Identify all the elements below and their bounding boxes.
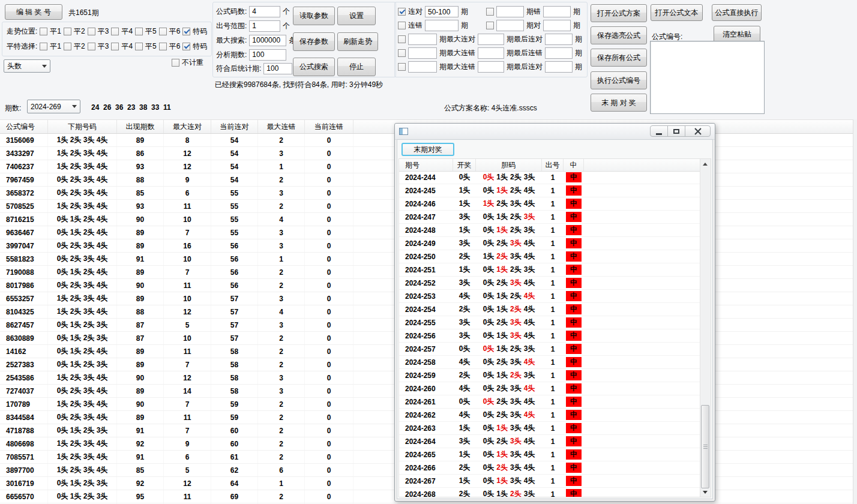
popup-table-row[interactable]: 2024-2671头0头1头3头4头1中 [399, 475, 700, 488]
button-公式搜索[interactable]: 公式搜索 [293, 58, 335, 76]
last-period-check-button[interactable]: 末 期 对 奖 [591, 94, 647, 112]
condition-checkbox[interactable] [486, 22, 494, 29]
open-formula-text-button[interactable]: 打开公式文本 [651, 4, 703, 21]
checkbox-平4[interactable] [111, 28, 119, 35]
head-count-dropdown[interactable]: 头数 [4, 59, 50, 73]
main-table-scrollbar[interactable] [853, 119, 857, 504]
exec-formula-id-button[interactable]: 执行公式编号 [591, 71, 647, 89]
formula-direct-exec-button[interactable]: 公式直接执行 [712, 4, 762, 21]
checkbox-平5[interactable] [135, 43, 143, 50]
condition-input[interactable] [496, 20, 524, 31]
popup-table-row[interactable]: 2024-2493头0头2头3头4头1中 [399, 237, 700, 250]
popup-table-row[interactable]: 2024-2440头0头1头2头3头1中 [399, 171, 700, 184]
condition-checkbox[interactable] [398, 35, 406, 43]
code-item: 1头 [496, 344, 508, 354]
condition-input[interactable] [496, 6, 524, 17]
button-停止[interactable]: 停止 [337, 58, 376, 76]
condition-input[interactable] [478, 61, 504, 73]
condition-input[interactable] [545, 34, 573, 45]
maximize-button[interactable] [667, 125, 685, 137]
popup-table-row[interactable]: 2024-2511头0头1头2头3头1中 [399, 263, 700, 277]
condition-checkbox[interactable] [398, 22, 406, 29]
period-dropdown[interactable]: 2024-269 [27, 100, 80, 113]
checkbox-平4[interactable] [111, 43, 119, 50]
no-repeat-option[interactable]: 不计重 [172, 58, 206, 67]
checkbox-特码[interactable] [182, 43, 190, 50]
tab-last-period-check[interactable]: 末期对奖 [401, 143, 454, 156]
edit-prize-number-button[interactable]: 编 辑 奖 号 [5, 4, 62, 20]
checkbox-平2[interactable] [64, 43, 71, 50]
popup-table-row[interactable]: 2024-2502头1头2头3头4头1中 [399, 250, 700, 263]
condition-input[interactable] [408, 61, 437, 73]
scroll-down-button[interactable] [700, 487, 710, 497]
popup-table-row[interactable]: 2024-2682头0头1头2头3头1中 [399, 488, 700, 497]
save-selected-formula-button[interactable]: 保存选亮公式 [591, 26, 647, 44]
popup-table-row[interactable]: 2024-2643头0头2头3头4头1中 [399, 435, 700, 448]
popup-table-row[interactable]: 2024-2553头0头2头3头4头1中 [399, 316, 700, 329]
button-刷新走势[interactable]: 刷新走势 [337, 32, 378, 51]
code-item: 2头 [510, 172, 522, 182]
popup-table-row[interactable]: 2024-2563头0头1头3头4头1中 [399, 329, 700, 343]
save-all-formula-button[interactable]: 保存所有公式 [591, 49, 647, 67]
scroll-up-button[interactable] [700, 159, 710, 169]
param-input[interactable]: 4 [249, 6, 280, 17]
popup-table-row[interactable]: 2024-2534头0头1头2头4头1中 [399, 290, 700, 303]
condition-input[interactable]: 50-100 [425, 6, 459, 17]
checkbox-平5[interactable] [135, 28, 143, 35]
param-input[interactable]: 1 [249, 20, 280, 32]
condition-input[interactable] [478, 34, 504, 45]
condition-checkbox[interactable] [398, 8, 406, 16]
popup-table-row[interactable]: 2024-2584头0头2头3头4头1中 [399, 356, 700, 369]
condition-input[interactable] [543, 6, 571, 17]
condition-input[interactable] [545, 61, 573, 73]
popup-scrollbar[interactable] [700, 159, 711, 497]
condition-input[interactable] [478, 47, 504, 59]
popup-table-row[interactable]: 2024-2481头0头1头2头3头1中 [399, 224, 700, 237]
button-保存参数[interactable]: 保存参数 [293, 32, 335, 51]
button-设置[interactable]: 设置 [337, 7, 376, 25]
last-period-check-window: 末期对奖 期号开奖胆码出号中 2024-2440头0头1头2头3头1中2024-… [394, 123, 715, 502]
condition-checkbox[interactable] [398, 63, 406, 71]
no-repeat-checkbox[interactable] [172, 59, 179, 67]
formula-id-textarea[interactable] [650, 41, 765, 114]
param-input[interactable]: 1000000 [249, 35, 286, 46]
popup-table-row[interactable]: 2024-2610头0头2头3头4头1中 [399, 395, 700, 409]
button-读取参数[interactable]: 读取参数 [293, 7, 335, 25]
param-input[interactable]: 100 [249, 49, 286, 61]
minimize-button[interactable] [650, 125, 668, 137]
condition-input[interactable] [408, 34, 437, 45]
popup-table-row[interactable]: 2024-2604头0头2头3头4头1中 [399, 382, 700, 395]
condition-input[interactable] [425, 20, 459, 31]
checkbox-平3[interactable] [88, 28, 95, 35]
open-formula-scheme-button[interactable]: 打开公式方案 [591, 4, 647, 22]
condition-checkbox[interactable] [398, 49, 406, 57]
condition-input[interactable] [408, 47, 437, 59]
checkbox-平6[interactable] [159, 43, 167, 50]
checkbox-平2[interactable] [64, 28, 71, 35]
popup-table-row[interactable]: 2024-2473头0头1头2头3头1中 [399, 211, 700, 224]
popup-table-row[interactable]: 2024-2662头0头2头3头4头1中 [399, 461, 700, 475]
popup-titlebar[interactable] [395, 124, 715, 140]
condition-input[interactable] [545, 47, 573, 59]
checkbox-平6[interactable] [159, 28, 167, 35]
popup-table-row[interactable]: 2024-2651头0头1头3头4头1中 [399, 448, 700, 461]
clear-paste-button[interactable]: 清空粘贴 [714, 26, 760, 43]
checkbox-平1[interactable] [40, 28, 47, 35]
popup-table-row[interactable]: 2024-2570头0头1头2头3头1中 [399, 343, 700, 356]
condition-checkbox[interactable] [486, 8, 494, 16]
popup-table-row[interactable]: 2024-2592头0头1头2头3头1中 [399, 369, 700, 382]
scroll-thumb[interactable] [701, 405, 709, 488]
condition-input[interactable] [543, 20, 571, 31]
close-button[interactable] [685, 125, 711, 137]
checkbox-平1[interactable] [40, 43, 47, 50]
checkbox-特码[interactable] [182, 28, 190, 35]
cell: 55 [211, 200, 258, 212]
param-input[interactable]: 100 [263, 63, 292, 74]
popup-table-row[interactable]: 2024-2461头1头2头3头4头1中 [399, 197, 700, 211]
popup-table-row[interactable]: 2024-2624头0头2头3头4头1中 [399, 409, 700, 422]
popup-table-row[interactable]: 2024-2451头0头1头2头4头1中 [399, 184, 700, 197]
checkbox-平3[interactable] [88, 43, 95, 50]
popup-table-row[interactable]: 2024-2631头0头1头3头4头1中 [399, 422, 700, 435]
popup-table-row[interactable]: 2024-2523头0头2头3头4头1中 [399, 277, 700, 290]
popup-table-row[interactable]: 2024-2542头0头1头2头4头1中 [399, 303, 700, 316]
